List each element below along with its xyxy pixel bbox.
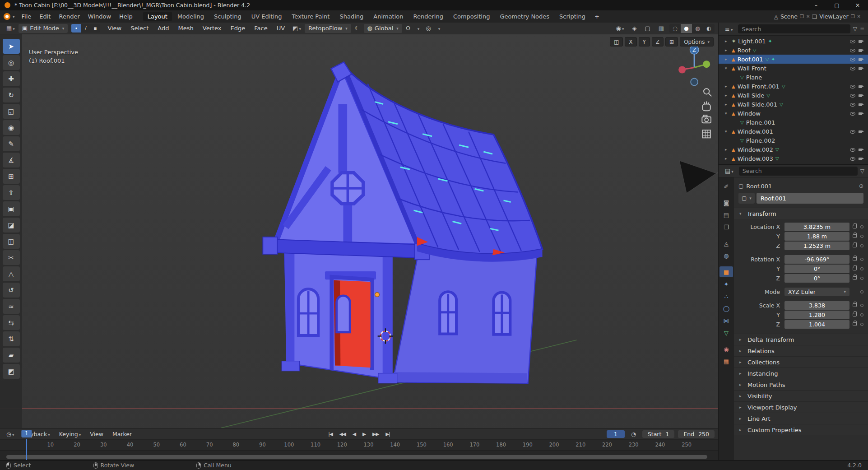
tab-tool[interactable]: ✐ — [719, 181, 733, 192]
outliner-row-wall-side-001[interactable]: ▸ ▲ Wall Side.001 ▽ — [719, 100, 868, 109]
tab-world[interactable]: ◍ — [719, 250, 733, 261]
move-view-hand-icon[interactable] — [703, 101, 710, 111]
start-frame-field[interactable]: Start1 — [642, 430, 675, 438]
minimize-button[interactable]: – — [806, 0, 826, 10]
panel-collections[interactable]: ▸Collections — [734, 356, 868, 368]
next-keyframe-button[interactable]: ▶▶ — [371, 430, 380, 437]
tool-edge-slide-button[interactable]: ⇆ — [3, 315, 20, 330]
tool-transform-button[interactable]: ◉ — [3, 120, 20, 135]
object-name-field[interactable]: Roof.001 — [757, 193, 863, 204]
expand-icon[interactable]: ▸ — [725, 147, 729, 152]
3d-scene[interactable]: Z — [0, 34, 718, 428]
proportional-editing-icon[interactable]: ◎ — [423, 24, 433, 33]
editor-type-icon[interactable]: ▦▾ — [4, 24, 18, 33]
collapse-icon[interactable]: ▾ — [725, 66, 729, 70]
tool-tweak-select-button[interactable]: ➤ — [3, 39, 20, 54]
lock-icon[interactable] — [853, 244, 857, 247]
animate-dot[interactable] — [860, 313, 863, 316]
disable-in-renders-icon[interactable] — [858, 84, 864, 89]
unlink-scene-icon[interactable]: ✕ — [806, 14, 810, 19]
hide-in-viewport-icon[interactable] — [849, 84, 856, 89]
outliner-row-window-002[interactable]: ▸ ▲ Window.002 ▽ — [719, 145, 868, 154]
blender-menu-button[interactable]: ▾ — [4, 13, 15, 20]
menu-edge[interactable]: Edge — [227, 23, 250, 33]
expand-icon[interactable]: ▸ — [725, 48, 729, 52]
disable-in-renders-icon[interactable] — [858, 65, 864, 71]
workspace-tab-sculpting[interactable]: Sculpting — [209, 12, 246, 21]
tab-view-layer[interactable]: ❐ — [719, 222, 733, 233]
animate-dot[interactable] — [860, 267, 863, 270]
outliner-row-plane-002[interactable]: ▽ Plane.002 — [719, 136, 868, 145]
location-z-field[interactable]: 1.2523 m — [784, 242, 849, 250]
menu-marker[interactable]: Marker — [108, 429, 136, 439]
menu-render[interactable]: Render — [55, 12, 84, 21]
hide-in-viewport-icon[interactable] — [849, 129, 856, 135]
rotation-mode-dropdown[interactable]: XYZ Euler▾ — [784, 288, 849, 296]
menu-face[interactable]: Face — [250, 23, 271, 33]
animate-dot[interactable] — [860, 225, 863, 228]
lock-icon[interactable] — [853, 225, 857, 228]
menu-help[interactable]: Help — [115, 12, 137, 21]
add-workspace-button[interactable]: + — [591, 12, 603, 21]
tool-extrude-region-button[interactable]: ⇧ — [3, 185, 20, 200]
outliner-row-roof[interactable]: ▸ ▲ Roof ▽ — [719, 46, 868, 55]
panel-line-art[interactable]: ▸Line Art — [734, 413, 868, 424]
lock-icon[interactable] — [853, 303, 857, 307]
browse-object-button[interactable]: ▢▾ — [738, 193, 755, 204]
animate-dot[interactable] — [860, 277, 863, 280]
hide-in-viewport-icon[interactable] — [849, 93, 856, 98]
close-button[interactable]: ✕ — [847, 0, 868, 10]
current-frame-badge[interactable]: 1 — [21, 430, 32, 437]
shading-material-icon[interactable]: ◍ — [692, 24, 703, 33]
outliner-row-window-001[interactable]: ▾ ▲ Window.001 — [719, 127, 868, 136]
workspace-tab-geometry-nodes[interactable]: Geometry Nodes — [495, 12, 554, 21]
location-y-field[interactable]: 1.88 m — [784, 232, 849, 241]
pin-id-icon[interactable]: ⊙ — [859, 183, 863, 189]
previous-keyframe-button[interactable]: ◀◀ — [338, 430, 347, 437]
play-reverse-button[interactable]: ◀ — [351, 430, 357, 437]
tool-shrink-fatten-button[interactable]: ⇅ — [3, 331, 20, 346]
disable-in-renders-icon[interactable] — [858, 147, 864, 153]
transform-panel-header[interactable]: ▾ Transform — [734, 208, 868, 219]
workspace-tab-texture-paint[interactable]: Texture Paint — [288, 12, 334, 21]
tool-knife-button[interactable]: ✂ — [3, 250, 20, 265]
tool-inset-faces-button[interactable]: ▣ — [3, 201, 20, 216]
animate-dot[interactable] — [860, 304, 863, 307]
menu-timeline-view[interactable]: View — [86, 429, 107, 439]
tool-poly-build-button[interactable]: △ — [3, 266, 20, 281]
toon-cabin-mesh[interactable] — [263, 62, 542, 383]
properties-filter-icon[interactable]: ▽ — [860, 168, 864, 174]
shading-wireframe-icon[interactable]: ◌ — [669, 24, 681, 33]
tool-rotate-button[interactable]: ↻ — [3, 88, 20, 102]
tool-loop-cut-button[interactable]: ◫ — [3, 234, 20, 249]
jump-to-end-button[interactable]: ▶| — [384, 430, 391, 437]
maximize-button[interactable]: ▢ — [826, 0, 847, 10]
disable-in-renders-icon[interactable] — [858, 156, 864, 162]
mode-selector[interactable]: ▣ Edit Mode▾ — [19, 24, 68, 33]
animate-dot[interactable] — [860, 244, 863, 247]
timeline-scrollbar[interactable] — [6, 455, 707, 459]
hide-in-viewport-icon[interactable] — [849, 156, 856, 162]
tab-constraints[interactable]: ⋈ — [719, 315, 733, 326]
workspace-tab-compositing[interactable]: Compositing — [449, 12, 495, 21]
hide-in-viewport-icon[interactable] — [849, 47, 856, 53]
lock-icon[interactable] — [853, 234, 857, 238]
rotation-z-field[interactable]: 0° — [784, 274, 849, 283]
disable-in-renders-icon[interactable] — [858, 111, 864, 116]
expand-icon[interactable]: ▸ — [725, 156, 729, 161]
timeline-ruler[interactable]: 1020304050607080901001101201301401501601… — [0, 440, 718, 451]
camera-view-icon[interactable] — [702, 115, 711, 123]
tool-measure-button[interactable]: ∡ — [3, 153, 20, 168]
workspace-tab-layout[interactable]: Layout — [143, 12, 172, 21]
scale-x-field[interactable]: 3.838 — [784, 301, 849, 310]
tab-material[interactable]: ◉ — [719, 344, 733, 354]
tab-modifiers[interactable]: ✦ — [719, 279, 733, 289]
animate-dot[interactable] — [860, 323, 863, 326]
tab-physics[interactable]: ◯ — [719, 303, 733, 314]
collapse-icon[interactable]: ▾ — [725, 129, 729, 134]
options-dropdown[interactable]: Options▾ — [680, 37, 714, 47]
menu-mesh[interactable]: Mesh — [174, 23, 198, 33]
expand-icon[interactable]: ▸ — [725, 84, 729, 88]
tool-spin-button[interactable]: ↺ — [3, 283, 20, 298]
shading-rendered-icon[interactable]: ◐ — [703, 24, 715, 33]
